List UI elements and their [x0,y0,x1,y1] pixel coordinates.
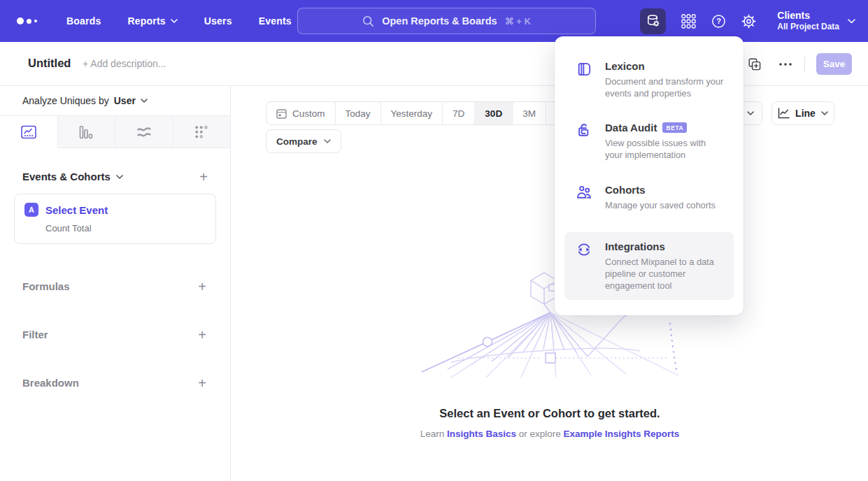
add-formula-button[interactable]: + [198,282,206,292]
range-7d[interactable]: 7D [443,102,475,124]
main-nav: Boards Reports Users Events [66,15,292,27]
range-yesterday[interactable]: Yesterday [381,102,443,124]
report-title[interactable]: Untitled [28,57,71,70]
chevron-down-icon [171,19,178,23]
query-builder-sidebar: Analyze Uniques by User [0,86,231,481]
top-nav: Boards Reports Users Events Open Reports… [0,0,868,42]
app-window: Boards Reports Users Events Open Reports… [0,0,868,481]
search-input[interactable]: Open Reports & Boards ⌘ + K [297,8,596,34]
grid-icon [681,14,696,29]
chevron-down-icon [848,19,855,24]
analyze-entity-dropdown[interactable]: User [114,95,136,106]
chevron-down-icon [747,111,754,115]
breakdown-section: Breakdown + [22,377,206,389]
data-management-button[interactable] [640,8,666,34]
filter-label: Filter [22,329,48,340]
save-button[interactable]: Save [816,53,852,75]
help-button[interactable]: ? [711,14,726,29]
analyze-uniques-row: Analyze Uniques by User [0,86,230,116]
add-description-field[interactable]: + Add description... [83,58,166,69]
bar-chart-tab-icon [79,125,93,139]
chart-type-dropdown[interactable]: Line [771,101,834,125]
flow-tab-icon [136,126,152,138]
menu-item-cohorts[interactable]: Cohorts Manage your saved cohorts [564,175,734,220]
dots-grid-tab-icon [194,125,208,139]
report-header-actions: Save [748,53,852,75]
duplicate-icon [748,58,761,71]
chevron-down-icon [141,99,148,103]
more-options-button[interactable] [779,63,792,66]
calendar-icon [276,108,287,119]
add-event-button[interactable]: + [199,172,208,182]
add-filter-button[interactable]: + [198,330,206,340]
event-aggregation[interactable]: Count Total [45,223,206,234]
range-today[interactable]: Today [336,102,381,124]
events-cohorts-dropdown[interactable]: Events & Cohorts [22,171,123,182]
duplicate-button[interactable] [748,58,761,71]
beta-badge: BETA [662,122,687,133]
org-name: Clients [777,10,839,22]
line-chart-icon [778,108,790,119]
database-gear-icon [646,13,661,29]
example-insights-reports-link[interactable]: Example Insights Reports [564,429,680,439]
data-audit-icon [576,122,594,161]
line-chart-tab-icon [21,125,36,139]
nav-item-users[interactable]: Users [204,15,232,27]
tab-retention[interactable] [173,116,231,148]
menu-item-data-audit[interactable]: Data AuditBETA View possible issues with… [564,113,734,169]
chart-type-tabs [0,116,230,148]
formulas-section: Formulas + [22,280,206,292]
menu-item-integrations[interactable]: Integrations Connect Mixpanel to a data … [564,232,734,300]
breakdown-label: Breakdown [22,377,79,389]
events-cohorts-header: Events & Cohorts + [22,171,208,182]
nav-item-reports[interactable]: Reports [127,15,177,27]
chevron-down-icon [324,139,331,143]
lexicon-book-icon [576,60,594,99]
search-icon [362,15,374,27]
mixpanel-logo[interactable] [17,17,37,24]
nav-item-boards[interactable]: Boards [66,15,101,27]
event-letter-badge: A [24,203,38,217]
compare-button[interactable]: Compare [266,129,341,153]
range-custom[interactable]: Custom [266,102,336,124]
filter-section: Filter + [22,329,206,340]
report-canvas: Custom Today Yesterday 7D 30D 3M 6M Comp… [232,86,868,481]
settings-button[interactable] [741,14,756,29]
project-selector[interactable]: Clients All Project Data [777,10,839,33]
add-breakdown-button[interactable]: + [198,378,206,388]
nav-right-cluster: ? Clients All Project Data [640,0,855,42]
search-shortcut: ⌘ + K [505,16,531,27]
tab-flow[interactable] [115,116,173,148]
nav-item-events[interactable]: Events [259,15,292,27]
chevron-down-icon [116,175,123,179]
ellipsis-icon [779,63,792,66]
apps-grid-button[interactable] [681,14,696,29]
select-event-button[interactable]: Select Event [45,204,108,216]
empty-state-title: Select an Event or Cohort to get started… [232,407,868,420]
project-scope: All Project Data [777,22,839,32]
cohorts-people-icon [576,184,594,211]
svg-text:?: ? [716,17,721,25]
analyze-label: Analyze Uniques by [22,95,109,106]
menu-item-lexicon[interactable]: Lexicon Document and transform your even… [564,52,734,108]
help-icon: ? [711,14,726,29]
data-management-menu: Lexicon Document and transform your even… [555,36,744,315]
range-3m[interactable]: 3M [513,102,546,124]
search-placeholder: Open Reports & Boards [382,15,497,27]
event-card[interactable]: A Select Event Count Total [14,194,216,244]
tab-bar-chart[interactable] [58,116,116,148]
tab-insights-line[interactable] [0,116,58,148]
formulas-label: Formulas [22,280,70,292]
insights-basics-link[interactable]: Insights Basics [447,429,516,439]
integrations-sync-icon [576,240,594,292]
range-30d[interactable]: 30D [475,102,513,124]
chevron-down-icon [821,111,828,115]
divider [804,57,805,72]
gear-icon [741,14,756,29]
empty-state-subtitle: Learn Insights Basics or explore Example… [232,429,868,439]
